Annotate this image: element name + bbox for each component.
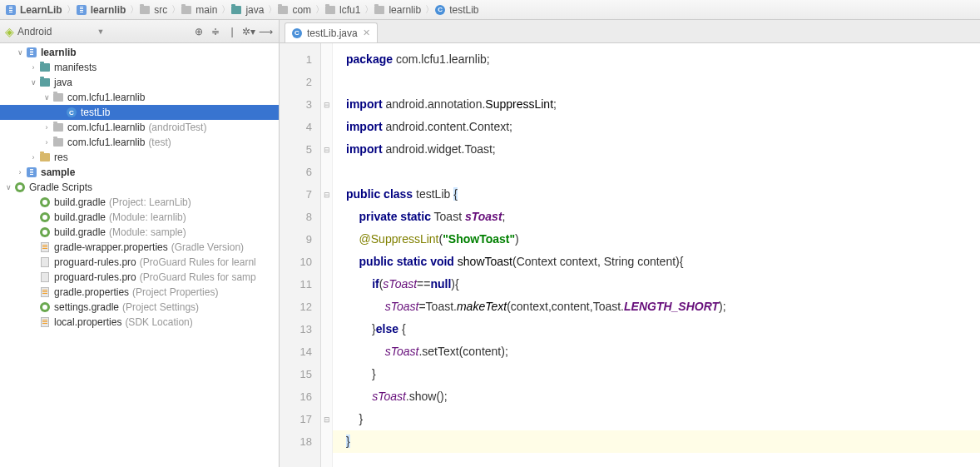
file-icon bbox=[38, 271, 52, 283]
code-line[interactable]: } bbox=[346, 430, 980, 453]
breadcrumb-label: LearnLib bbox=[20, 4, 62, 16]
expand-arrow[interactable]: › bbox=[28, 63, 38, 72]
tree-label: build.gradle bbox=[54, 226, 106, 238]
line-number: 8 bbox=[280, 206, 312, 228]
expand-arrow[interactable]: › bbox=[42, 138, 52, 147]
expand-arrow[interactable]: ∨ bbox=[3, 183, 13, 191]
code-line[interactable]: if(sToast==null){ bbox=[346, 273, 980, 296]
line-number: 15 bbox=[280, 363, 312, 385]
expand-arrow[interactable]: › bbox=[28, 153, 38, 161]
fold-handle[interactable]: ⊟ bbox=[321, 183, 332, 206]
code-line[interactable]: } bbox=[346, 408, 980, 430]
tree-props[interactable]: gradle.properties(Project Properties) bbox=[0, 285, 279, 300]
breadcrumb-item[interactable]: LearnLib bbox=[3, 2, 67, 18]
expand-arrow[interactable]: ∨ bbox=[15, 48, 25, 57]
tree-folder[interactable]: ∨java bbox=[0, 75, 279, 90]
tree-folder[interactable]: ›manifests bbox=[0, 60, 279, 75]
code-line[interactable]: import android.annotation.SuppressLint; bbox=[346, 93, 980, 116]
tree-module[interactable]: ›sample bbox=[0, 165, 279, 180]
tree-qualifier: (Project: LearnLib) bbox=[109, 196, 191, 208]
code-line[interactable]: sToast=Toast.makeText(context,content,To… bbox=[346, 296, 980, 318]
android-icon: ◈ bbox=[5, 25, 14, 38]
collapse-icon[interactable]: ≑ bbox=[207, 23, 224, 40]
target-icon[interactable]: ⊕ bbox=[191, 23, 207, 40]
tree-folder[interactable]: ›res bbox=[0, 150, 279, 165]
code-line[interactable]: public class testLib { bbox=[346, 183, 980, 206]
breadcrumb-item[interactable]: learnlib bbox=[372, 2, 426, 18]
code-line[interactable]: import android.widget.Toast; bbox=[346, 138, 980, 161]
tree-pkg[interactable]: ∨com.lcfu1.learnlib bbox=[0, 90, 279, 105]
code-line[interactable]: private static Toast sToast; bbox=[346, 206, 980, 228]
breadcrumb-item[interactable]: java bbox=[229, 2, 269, 18]
fold-handle[interactable]: ⊟ bbox=[321, 93, 332, 116]
fold-handle bbox=[321, 363, 332, 385]
gradle-icon bbox=[38, 196, 52, 208]
tree-qualifier: (Project Settings) bbox=[122, 301, 199, 313]
code-line[interactable]: } bbox=[346, 363, 980, 385]
tree-gradle[interactable]: build.gradle(Module: sample) bbox=[0, 225, 279, 240]
code-line[interactable]: sToast.setText(content); bbox=[346, 340, 980, 363]
expand-arrow[interactable]: ∨ bbox=[28, 78, 38, 87]
project-tree[interactable]: ∨learnlib›manifests∨java∨com.lcfu1.learn… bbox=[0, 43, 279, 467]
tree-label: java bbox=[54, 77, 72, 88]
tree-class[interactable]: CtestLib bbox=[0, 105, 279, 120]
breadcrumb-bar: LearnLiblearnlibsrcmainjavacomlcfu1learn… bbox=[0, 0, 980, 20]
breadcrumb-item[interactable]: com bbox=[275, 2, 316, 18]
view-selector[interactable]: ◈ Android ▼ bbox=[5, 25, 104, 38]
code-line[interactable]: }else { bbox=[346, 318, 980, 340]
code-line[interactable] bbox=[346, 71, 980, 93]
breadcrumb-label: src bbox=[154, 4, 167, 16]
fold-handle[interactable]: ⊟ bbox=[321, 138, 332, 161]
tree-file[interactable]: proguard-rules.pro(ProGuard Rules for le… bbox=[0, 255, 279, 270]
close-icon[interactable]: ✕ bbox=[363, 27, 370, 38]
line-gutter: 123456789101112131415161718 bbox=[280, 43, 321, 467]
code-content[interactable]: package com.lcfu1.learnlib;import androi… bbox=[333, 43, 980, 467]
breadcrumb-item[interactable]: main bbox=[179, 2, 222, 18]
fold-handle bbox=[321, 228, 332, 251]
tree-qualifier: (ProGuard Rules for learnl bbox=[140, 256, 256, 268]
expand-arrow[interactable]: ∨ bbox=[42, 93, 52, 102]
breadcrumb-item[interactable]: learnlib bbox=[74, 2, 131, 18]
expand-arrow[interactable]: › bbox=[15, 168, 25, 176]
fold-strip[interactable]: ⊟⊟⊟⊟ bbox=[321, 43, 333, 467]
line-number: 2 bbox=[280, 71, 312, 93]
tree-gradle-root[interactable]: ∨Gradle Scripts bbox=[0, 180, 279, 195]
breadcrumb-icon bbox=[277, 4, 289, 16]
breadcrumb-item[interactable]: src bbox=[137, 2, 172, 18]
code-line[interactable]: public static void showToast(Context con… bbox=[346, 251, 980, 273]
tree-module[interactable]: ∨learnlib bbox=[0, 45, 279, 60]
line-number: 17 bbox=[280, 408, 312, 430]
tree-pkg[interactable]: ›com.lcfu1.learnlib(androidTest) bbox=[0, 120, 279, 135]
code-editor[interactable]: 123456789101112131415161718 ⊟⊟⊟⊟ package… bbox=[280, 43, 980, 467]
breadcrumb-item[interactable]: lcfu1 bbox=[323, 2, 365, 18]
tree-gradle[interactable]: build.gradle(Module: learnlib) bbox=[0, 210, 279, 225]
code-line[interactable]: package com.lcfu1.learnlib; bbox=[346, 48, 980, 71]
breadcrumb-item[interactable]: CtestLib bbox=[433, 2, 483, 18]
tree-label: com.lcfu1.learnlib bbox=[67, 122, 145, 133]
pkg-icon bbox=[52, 137, 65, 148]
module-icon bbox=[25, 47, 38, 58]
code-line[interactable]: import android.content.Context; bbox=[346, 116, 980, 138]
props-icon bbox=[38, 286, 52, 298]
fold-handle bbox=[321, 251, 332, 273]
editor-tab[interactable]: C testLib.java ✕ bbox=[285, 22, 378, 42]
tree-gradle[interactable]: settings.gradle(Project Settings) bbox=[0, 300, 279, 315]
hide-icon[interactable]: ⟶ bbox=[257, 23, 274, 40]
code-line[interactable]: @SuppressLint("ShowToast") bbox=[346, 228, 980, 251]
tree-props[interactable]: gradle-wrapper.properties(Gradle Version… bbox=[0, 240, 279, 255]
breadcrumb-label: lcfu1 bbox=[339, 4, 360, 16]
code-line[interactable] bbox=[346, 161, 980, 183]
tree-label: proguard-rules.pro bbox=[54, 256, 136, 268]
fold-handle[interactable]: ⊟ bbox=[321, 408, 332, 430]
tree-label: build.gradle bbox=[54, 196, 106, 208]
gear-icon[interactable]: ✲▾ bbox=[240, 23, 257, 40]
tree-pkg[interactable]: ›com.lcfu1.learnlib(test) bbox=[0, 135, 279, 150]
tree-props[interactable]: local.properties(SDK Location) bbox=[0, 315, 279, 330]
tree-gradle[interactable]: build.gradle(Project: LearnLib) bbox=[0, 195, 279, 210]
expand-arrow[interactable]: › bbox=[42, 123, 52, 132]
code-line[interactable]: sToast.show(); bbox=[346, 385, 980, 408]
tree-qualifier: (androidTest) bbox=[148, 122, 206, 133]
tree-label: build.gradle bbox=[54, 211, 106, 223]
breadcrumb-label: java bbox=[245, 4, 264, 16]
tree-file[interactable]: proguard-rules.pro(ProGuard Rules for sa… bbox=[0, 270, 279, 285]
